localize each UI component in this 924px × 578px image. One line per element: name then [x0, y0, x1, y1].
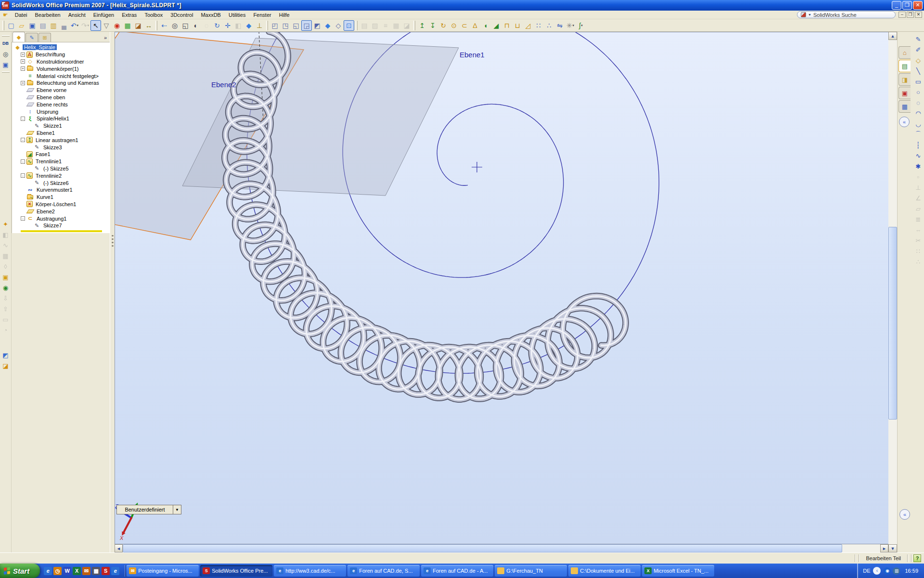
undo-icon[interactable]: ↶▾: [69, 20, 80, 31]
menu-toolbox[interactable]: Toolbox: [141, 12, 167, 18]
rib-icon[interactable]: ⊓: [501, 20, 512, 31]
chamfer-icon[interactable]: ◢: [491, 20, 501, 31]
horizontal-scroll-thumb[interactable]: [123, 544, 842, 552]
lofted-boss-icon[interactable]: ∆: [470, 20, 480, 31]
reference-triad-icon[interactable]: ⊥: [254, 20, 265, 31]
quicklaunch-excel-icon[interactable]: X: [73, 567, 81, 575]
selection-filter-icon[interactable]: ▽: [101, 20, 112, 31]
help-icon[interactable]: ?: [913, 554, 921, 562]
pdm-save-icon[interactable]: ▣: [0, 59, 11, 70]
horizontal-scrollbar[interactable]: ◄ ►: [115, 544, 888, 552]
tree-item-ebene1[interactable]: Ebene1: [13, 130, 110, 137]
taskbar-window-outlook[interactable]: ✉Posteingang - Micros...: [127, 565, 199, 577]
label-ebene1[interactable]: Ebene1: [460, 51, 485, 59]
view-trimetric-icon[interactable]: ◇: [333, 20, 344, 31]
make-drawing-from-part-icon[interactable]: ▤: [38, 20, 48, 31]
taskbar-window-ie[interactable]: eForen auf CAD.de - A...: [421, 565, 493, 577]
perspective-icon[interactable]: ◪: [401, 20, 412, 31]
convert-entities-icon[interactable]: ▱: [913, 203, 924, 214]
3d-sketch-icon[interactable]: ✐: [913, 44, 924, 55]
radiate-surface-icon[interactable]: ◪: [0, 360, 11, 371]
tree-item-trennlinie2[interactable]: -∿Trennlinie2: [13, 172, 110, 179]
expander-icon[interactable]: -: [21, 117, 25, 121]
menu-utilities[interactable]: Utilities: [225, 12, 249, 18]
menu-fenster[interactable]: Fenster: [249, 12, 275, 18]
linear-sketch-pattern-icon[interactable]: ∷: [913, 246, 924, 256]
scroll-left-icon[interactable]: ◄: [115, 544, 123, 552]
taskpane-tab-design-library[interactable]: ▤: [898, 60, 911, 72]
view-isometric-icon[interactable]: ◆: [322, 20, 333, 31]
shaded-with-edges-icon[interactable]: ◆: [244, 20, 254, 31]
sketch-icon[interactable]: ✎: [913, 34, 924, 44]
trim-entities-icon[interactable]: ✂: [913, 235, 924, 246]
propertymanager-tab[interactable]: ✎: [26, 33, 38, 42]
expander-icon[interactable]: -: [21, 159, 25, 164]
doc-close-button[interactable]: ✕: [915, 12, 922, 18]
point-icon[interactable]: ✱: [913, 161, 924, 171]
tree-item-kurve1[interactable]: ∿Kurve1: [13, 194, 110, 201]
graphics-viewport[interactable]: Ebene1Ebene2ZX Benutzerdefiniert ▼: [115, 32, 888, 544]
line-icon[interactable]: ╲: [913, 66, 924, 76]
make-assembly-from-part-icon[interactable]: ▥: [48, 20, 59, 31]
doc-restore-button[interactable]: ❐: [907, 12, 914, 18]
view-normal-to-icon[interactable]: ⊡: [344, 20, 354, 31]
select-icon[interactable]: ↖: [90, 20, 101, 31]
quicklaunch-internet-explorer-2-icon[interactable]: e: [111, 567, 119, 575]
quicklaunch-solidworks-icon[interactable]: S: [102, 567, 110, 575]
new-document-icon[interactable]: ▢: [6, 20, 16, 31]
feature-palette-icon[interactable]: ✦: [0, 219, 11, 229]
menu-3dcontrol[interactable]: 3Dcontrol: [167, 12, 197, 18]
scroll-right-icon[interactable]: ►: [880, 544, 888, 552]
tree-item-linear-austragen1[interactable]: -↥Linear austragen1: [13, 136, 110, 144]
rollback-bar[interactable]: [21, 230, 102, 232]
view-back-icon[interactable]: ◳: [280, 20, 291, 31]
menu-einfügen[interactable]: Einfügen: [90, 12, 118, 18]
tree-item-trennlinie1[interactable]: -∿Trennlinie1: [13, 158, 110, 165]
mirror-feature-icon[interactable]: ⇋: [554, 20, 565, 31]
scroll-down-icon[interactable]: ▼: [888, 544, 897, 552]
rectangle-icon[interactable]: ▭: [913, 76, 924, 87]
taskbar-window-ie[interactable]: eForen auf CAD.de, S...: [347, 565, 420, 577]
language-indicator[interactable]: DE: [863, 568, 870, 574]
quicklaunch-outlook-icon[interactable]: ✉: [82, 567, 90, 575]
mold-split-line-icon[interactable]: ◧: [0, 229, 11, 240]
add-relation-icon[interactable]: ⊥: [913, 182, 924, 193]
taskbar-window-folder[interactable]: C:\Dokumente und Ei...: [568, 565, 641, 577]
parting-surface-icon[interactable]: ◊: [0, 261, 11, 272]
section-view-icon[interactable]: ◧: [233, 20, 244, 31]
menu-ansicht[interactable]: Ansicht: [64, 12, 90, 18]
circular-sketch-pattern-icon[interactable]: ∴: [913, 256, 924, 267]
taskpane-tab-file-explorer[interactable]: ◨: [898, 73, 911, 86]
surface-flatten-icon[interactable]: ◩: [0, 350, 11, 360]
expander-icon[interactable]: +: [21, 66, 25, 71]
centerline-icon[interactable]: ┆: [913, 140, 924, 150]
taskbar-window-ie[interactable]: ehttp://ww3.cad.de/c...: [274, 565, 346, 577]
start-button[interactable]: Start: [0, 564, 40, 578]
shadows-in-shaded-icon[interactable]: ▦: [391, 20, 401, 31]
zoom-to-fit-icon[interactable]: ◎: [169, 20, 180, 31]
scale-feature-icon[interactable]: ◔: [0, 325, 11, 335]
quicklaunch-internet-explorer-icon[interactable]: e: [44, 567, 52, 575]
revolved-boss-icon[interactable]: ↻: [438, 20, 449, 31]
curves-icon[interactable]: ʃ▾: [576, 20, 586, 31]
tree-item-skizze3[interactable]: ✎Skizze3: [13, 144, 110, 151]
measure-icon[interactable]: ↔: [143, 20, 154, 31]
expander-icon[interactable]: +: [21, 59, 25, 64]
vertical-scroll-thumb[interactable]: [888, 227, 897, 420]
draft-icon[interactable]: ◿: [523, 20, 533, 31]
tree-item--skizze6[interactable]: ✎(-) Skizze6: [13, 179, 110, 186]
tree-item-helix-spirale[interactable]: ◆Helix_Spirale: [13, 44, 110, 51]
pan-icon[interactable]: ✛: [222, 20, 233, 31]
tree-overflow-chevron-icon[interactable]: »: [104, 35, 109, 42]
tree-item-skizze7[interactable]: ✎Skizze7: [13, 222, 110, 229]
zoom-to-area-icon[interactable]: ◱: [180, 20, 191, 31]
tree-item-austragung1[interactable]: -⊂Austragung1: [13, 215, 110, 222]
close-button[interactable]: ✕: [913, 1, 923, 10]
circle-icon[interactable]: ○: [913, 87, 924, 97]
expander-icon[interactable]: +: [21, 81, 25, 85]
tree-item-ebene-vorne[interactable]: Ebene vorne: [13, 87, 110, 94]
display-relations-icon[interactable]: ∠: [913, 193, 924, 203]
linear-pattern-icon[interactable]: ∷: [533, 20, 544, 31]
tree-item-spirale-helix1[interactable]: -ξSpirale/Helix1: [13, 115, 110, 122]
tooling-split-icon[interactable]: ▣: [0, 272, 11, 282]
